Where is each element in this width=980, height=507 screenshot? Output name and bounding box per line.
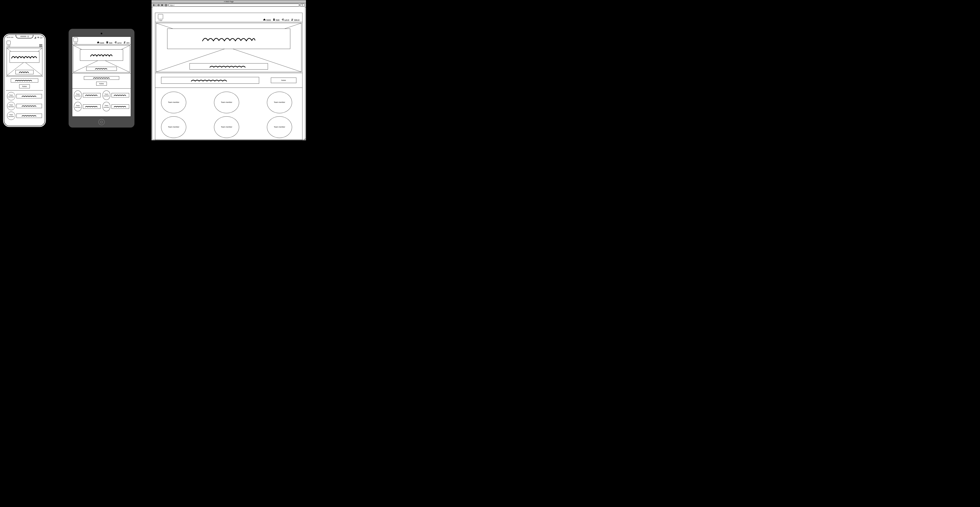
logo-label: Logo — [159, 19, 162, 21]
note-icon — [106, 41, 108, 44]
team-row: Team member — [7, 92, 42, 100]
back-button-icon[interactable] — [153, 4, 156, 6]
svg-point-7 — [124, 41, 125, 42]
team-avatar: Team member — [214, 116, 239, 138]
phone-time: 09:52 AM — [7, 37, 13, 39]
team-avatar: Team member — [102, 91, 110, 100]
url-input[interactable]: https:// — [169, 4, 299, 6]
phone-mockup: 09:52 AM — [3, 33, 46, 127]
browser-toolbar: https:// — [151, 3, 306, 7]
close-icon[interactable] — [161, 4, 164, 6]
phone-status-icons — [34, 37, 42, 39]
hero-image-placeholder — [156, 23, 301, 72]
team-text-placeholder — [16, 114, 42, 118]
team-avatar: Team member — [267, 92, 292, 113]
team-avatar: Team member — [267, 116, 292, 138]
logo-label: Logo — [74, 42, 78, 44]
team-avatar: Team member — [161, 116, 186, 138]
team-text-placeholder — [83, 93, 100, 97]
tablet-screen: Logo Home Note Log in Sign — [72, 37, 131, 116]
notes-button[interactable]: Notes — [19, 84, 30, 88]
phone-notch — [16, 35, 33, 38]
user-add-icon — [124, 41, 126, 44]
team-row: Team member — [74, 102, 100, 111]
login-icon — [282, 18, 284, 21]
hamburger-menu-icon[interactable] — [39, 44, 42, 47]
team-row: Team member — [7, 112, 42, 120]
logo[interactable]: Logo — [158, 14, 163, 21]
hero-title-placeholder — [80, 49, 123, 61]
phone-screen: Logo — [6, 40, 43, 124]
nav-signin[interactable]: Sign — [124, 41, 130, 44]
team-section: Team member Team member Team member — [6, 91, 43, 121]
team-avatar: Team member — [214, 92, 239, 113]
tablet-mockup: Logo Home Note Log in Sign — [68, 29, 135, 128]
hero-image-placeholder — [7, 48, 42, 76]
hero-subtitle-placeholder — [86, 67, 117, 71]
browser-mockup: A Web Page https:// Logo Home Note — [151, 0, 306, 140]
notes-button[interactable]: Notes — [271, 78, 296, 83]
team-text-placeholder — [16, 94, 42, 99]
hero-section — [155, 22, 302, 73]
header: Logo Home Note Log in Sign in — [155, 13, 302, 22]
nav-note[interactable]: Note — [273, 18, 280, 21]
hero-section — [6, 47, 43, 76]
nav-note[interactable]: Note — [106, 41, 112, 44]
home-button-icon[interactable] — [164, 4, 167, 6]
team-avatar: Team member — [7, 112, 15, 120]
team-avatar: Team member — [74, 102, 82, 111]
team-avatar: Team member — [7, 102, 15, 110]
hero-subtitle-placeholder — [16, 70, 33, 74]
nav-login[interactable]: Log in — [114, 41, 121, 44]
nav-login[interactable]: Log in — [282, 18, 289, 21]
notes-section: Notes — [155, 73, 302, 88]
svg-point-10 — [302, 4, 303, 5]
home-icon — [263, 18, 266, 21]
svg-line-11 — [303, 5, 304, 6]
resize-grip-icon[interactable]: ◢ — [304, 138, 305, 140]
team-text-placeholder — [16, 104, 42, 108]
wifi-icon — [37, 37, 40, 39]
hero-subtitle-placeholder — [189, 63, 268, 70]
svg-rect-0 — [40, 37, 42, 38]
battery-icon — [40, 37, 42, 39]
hero-section — [72, 45, 131, 73]
notes-section: Notes — [72, 73, 131, 89]
logo[interactable]: Logo — [7, 41, 11, 47]
notes-bar-placeholder — [84, 76, 119, 80]
nav: Home Note Log in Sign — [97, 41, 130, 44]
nav-home[interactable]: Home — [263, 18, 271, 21]
team-section: Team member Team member Team member Team… — [155, 88, 302, 140]
tablet-camera — [101, 33, 102, 34]
tablet-home-button[interactable] — [99, 119, 105, 125]
nav-home[interactable]: Home — [97, 41, 104, 44]
login-icon — [114, 41, 117, 44]
forward-button-icon[interactable] — [157, 4, 160, 6]
hero-title-placeholder — [10, 51, 40, 63]
signal-icon — [34, 37, 37, 39]
team-avatar: Team member — [74, 91, 82, 100]
browser-viewport: Logo Home Note Log in Sign in — [153, 7, 305, 139]
notes-button[interactable]: Notes — [96, 82, 107, 86]
search-button-icon[interactable] — [300, 4, 305, 6]
browser-title: A Web Page — [151, 0, 306, 3]
logo[interactable]: Logo — [73, 38, 78, 44]
team-text-placeholder — [83, 105, 100, 109]
team-row: Team member — [102, 91, 129, 100]
team-section: Team member Team member Team member Team… — [72, 89, 131, 113]
svg-rect-14 — [274, 19, 275, 20]
notes-bar-placeholder — [161, 77, 259, 84]
hero-image-placeholder — [73, 45, 130, 73]
home-icon — [97, 41, 99, 44]
team-text-placeholder — [111, 105, 129, 109]
header: Logo — [6, 40, 43, 47]
nav-signin[interactable]: Sign in — [291, 18, 299, 21]
team-avatar: Team member — [7, 92, 15, 100]
team-row: Team member — [74, 91, 100, 100]
svg-point-15 — [292, 19, 293, 20]
nav: Home Note Log in Sign in — [263, 18, 299, 21]
note-icon — [273, 18, 275, 21]
logo-label: Logo — [7, 45, 10, 47]
svg-rect-1 — [42, 37, 42, 38]
header: Logo Home Note Log in Sign — [72, 37, 131, 45]
